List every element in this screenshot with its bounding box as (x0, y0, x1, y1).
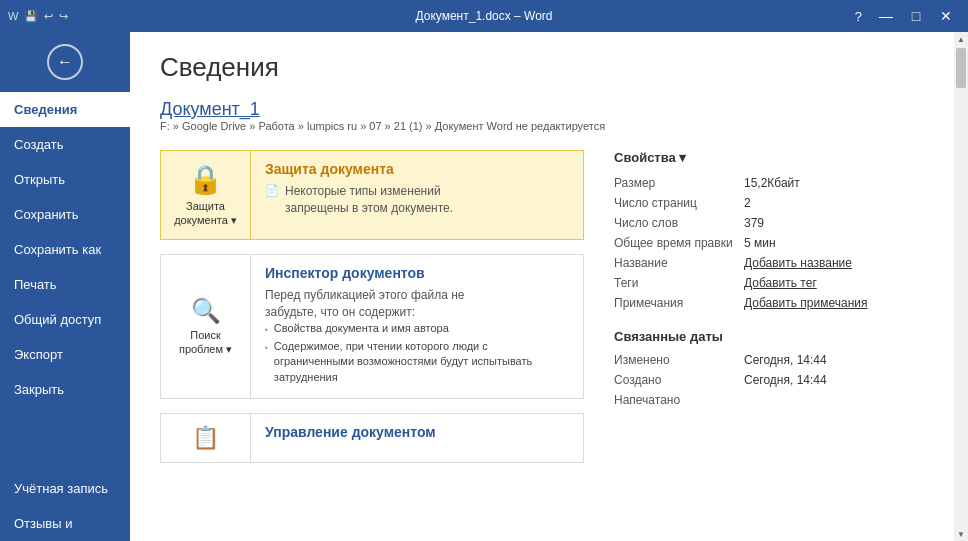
date-row: Напечатано (614, 390, 924, 410)
date-label: Изменено (614, 350, 744, 370)
manage-card-title: Управление документом (265, 424, 569, 440)
prop-value: 379 (744, 213, 924, 233)
cards-column: 🔒 Защитадокумента ▾ Защита документа 📄 Н… (160, 150, 584, 463)
save-qa-icon: 💾 (24, 10, 38, 23)
prop-value[interactable]: Добавить тег (744, 273, 924, 293)
page-title: Сведения (160, 52, 924, 83)
properties-section-title: Свойства ▾ (614, 150, 924, 165)
inspect-icon-area[interactable]: 🔍 Поискпроблем ▾ (161, 255, 251, 398)
prop-row: ТегиДобавить тег (614, 273, 924, 293)
manage-icon: 📋 (192, 425, 219, 451)
content-area: Сведения Документ_1 F: » Google Drive » … (130, 32, 954, 541)
app-body: ← Сведения Создать Открыть Сохранить Сох… (0, 32, 968, 541)
protect-icon-area[interactable]: 🔒 Защитадокумента ▾ (161, 151, 251, 239)
prop-label: Число слов (614, 213, 744, 233)
vertical-scrollbar[interactable]: ▲ ▼ (954, 32, 968, 541)
inspect-icon: 🔍 (191, 297, 221, 325)
sidebar-item-zakryt[interactable]: Закрыть (0, 372, 130, 407)
bullet-icon-2: ▪ (265, 342, 268, 353)
sidebar-item-otkryt[interactable]: Открыть (0, 162, 130, 197)
bullet-icon-1: ▪ (265, 324, 268, 335)
prop-label: Общее время правки (614, 233, 744, 253)
protect-card-text: Некоторые типы измененийзапрещены в этом… (285, 183, 453, 217)
sidebar-item-sohranit-kak[interactable]: Сохранить как (0, 232, 130, 267)
date-value: Сегодня, 14:44 (744, 350, 924, 370)
prop-label: Название (614, 253, 744, 273)
date-label: Создано (614, 370, 744, 390)
sidebar-item-sozdat[interactable]: Создать (0, 127, 130, 162)
dates-table: ИзмененоСегодня, 14:44СозданоСегодня, 14… (614, 350, 924, 410)
prop-label: Размер (614, 173, 744, 193)
scroll-up-button[interactable]: ▲ (954, 32, 968, 46)
date-value: Сегодня, 14:44 (744, 370, 924, 390)
prop-row: ПримечанияДобавить примечания (614, 293, 924, 313)
window-title: Документ_1.docx – Word (415, 9, 552, 23)
properties-table: Размер15,2КбайтЧисло страниц2Число слов3… (614, 173, 924, 313)
minimize-button[interactable]: — (872, 2, 900, 30)
prop-label: Примечания (614, 293, 744, 313)
props-panel: Свойства ▾ Размер15,2КбайтЧисло страниц2… (614, 150, 924, 463)
sidebar-item-obshiy-dostup[interactable]: Общий доступ (0, 302, 130, 337)
protect-card-label: Защитадокумента ▾ (174, 200, 237, 226)
prop-row: Число слов379 (614, 213, 924, 233)
inspect-card-label: Поискпроблем ▾ (179, 329, 232, 355)
prop-row: Общее время правки5 мин (614, 233, 924, 253)
prop-row: Число страниц2 (614, 193, 924, 213)
manage-card: 📋 Управление документом (160, 413, 584, 463)
cards-and-props: 🔒 Защитадокумента ▾ Защита документа 📄 Н… (160, 150, 924, 463)
doc-name[interactable]: Документ_1 (160, 99, 260, 119)
scroll-down-button[interactable]: ▼ (954, 527, 968, 541)
back-circle-icon: ← (47, 44, 83, 80)
quick-access-toolbar: W 💾 ↩ ↪ (8, 10, 68, 23)
sidebar-item-otzyvy[interactable]: Отзывы и (0, 506, 130, 541)
prop-value: 5 мин (744, 233, 924, 253)
prop-value: 2 (744, 193, 924, 213)
window-controls: ? — □ ✕ (855, 2, 960, 30)
prop-value[interactable]: Добавить название (744, 253, 924, 273)
prop-label: Число страниц (614, 193, 744, 213)
scroll-thumb[interactable] (956, 48, 966, 88)
sidebar-item-svedenia[interactable]: Сведения (0, 92, 130, 127)
manage-card-content: Управление документом (251, 414, 583, 462)
inspect-card-title: Инспектор документов (265, 265, 569, 281)
maximize-button[interactable]: □ (902, 2, 930, 30)
protect-card: 🔒 Защитадокумента ▾ Защита документа 📄 Н… (160, 150, 584, 240)
title-bar: W 💾 ↩ ↪ Документ_1.docx – Word ? — □ ✕ (0, 0, 968, 32)
sidebar-item-sohranit[interactable]: Сохранить (0, 197, 130, 232)
back-button[interactable]: ← (0, 32, 130, 92)
prop-label: Теги (614, 273, 744, 293)
inspect-list-item-2: ▪ Содержимое, при чтении которого люди с… (265, 339, 569, 385)
prop-value[interactable]: Добавить примечания (744, 293, 924, 313)
sidebar-item-pechat[interactable]: Печать (0, 267, 130, 302)
inspect-card-content: Инспектор документов Перед публикацией э… (251, 255, 583, 398)
close-button[interactable]: ✕ (932, 2, 960, 30)
lock-icon: 🔒 (188, 163, 223, 196)
date-row: ИзмененоСегодня, 14:44 (614, 350, 924, 370)
doc-path: F: » Google Drive » Работа » lumpics ru … (160, 120, 924, 132)
date-row: СозданоСегодня, 14:44 (614, 370, 924, 390)
inspect-card: 🔍 Поискпроблем ▾ Инспектор документов Пе… (160, 254, 584, 399)
word-icon: W (8, 10, 18, 22)
dates-section-title: Связанные даты (614, 329, 924, 344)
inspect-intro: Перед публикацией этого файла незабудьте… (265, 287, 569, 321)
date-label: Напечатано (614, 390, 744, 410)
help-button[interactable]: ? (855, 9, 862, 24)
undo-qa-icon: ↩ (44, 10, 53, 23)
protect-card-content: Защита документа 📄 Некоторые типы измене… (251, 151, 583, 239)
manage-icon-area[interactable]: 📋 (161, 414, 251, 462)
prop-row: НазваниеДобавить название (614, 253, 924, 273)
prop-value: 15,2Кбайт (744, 173, 924, 193)
protect-card-title: Защита документа (265, 161, 569, 177)
sidebar: ← Сведения Создать Открыть Сохранить Сох… (0, 32, 130, 541)
date-value (744, 390, 924, 410)
sidebar-item-eksport[interactable]: Экспорт (0, 337, 130, 372)
sidebar-item-uchet[interactable]: Учётная запись (0, 471, 130, 506)
inspect-list-item-1: ▪ Свойства документа и имя автора (265, 321, 569, 336)
redo-qa-icon: ↪ (59, 10, 68, 23)
protect-doc-icon: 📄 (265, 184, 279, 197)
prop-row: Размер15,2Кбайт (614, 173, 924, 193)
